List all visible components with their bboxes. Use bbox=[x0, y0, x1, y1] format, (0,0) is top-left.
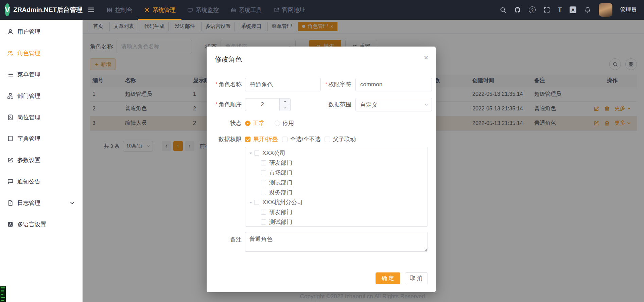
font-size-icon[interactable]: T bbox=[558, 7, 562, 13]
field-label: 权限字符 bbox=[328, 81, 351, 88]
chevron-down-icon bbox=[424, 103, 429, 107]
perf-monitor-widget bbox=[0, 286, 6, 302]
sidebar-item-label: 用户管理 bbox=[17, 28, 40, 36]
stepper-controls bbox=[279, 99, 290, 111]
tree-node-department[interactable]: 研发部门 bbox=[245, 207, 428, 217]
nav-label: 系统监控 bbox=[196, 6, 219, 14]
stepper-down-button[interactable] bbox=[280, 105, 290, 111]
sidebar-item-label: 通知公告 bbox=[17, 178, 40, 185]
tree-node-branch-company[interactable]: XXX杭州分公司 bbox=[245, 197, 428, 207]
tree-checkbox[interactable] bbox=[261, 170, 266, 175]
perm-char-label: *权限字符 bbox=[321, 78, 355, 91]
role-name-input[interactable] bbox=[245, 78, 321, 91]
checkbox-label: 全选/全不选 bbox=[290, 135, 321, 143]
nav-item-system-monitor[interactable]: 系统监控 bbox=[181, 0, 225, 20]
tree-checkbox[interactable] bbox=[254, 200, 259, 205]
select-all-checkbox[interactable]: 全选/全不选 bbox=[282, 135, 321, 143]
user-name[interactable]: 管理员 bbox=[620, 6, 637, 14]
sidebar-item-label: 字典管理 bbox=[17, 135, 40, 143]
role-order-stepper[interactable]: 2 bbox=[245, 98, 291, 111]
role-order-label: *角色顺序 bbox=[207, 98, 245, 111]
sidebar-item-menu-management[interactable]: 菜单管理 bbox=[0, 64, 82, 85]
bell-icon[interactable] bbox=[584, 6, 591, 13]
expand-collapse-checkbox[interactable]: 展开/折叠 bbox=[245, 135, 278, 143]
tree-node-label: 研发部门 bbox=[269, 159, 292, 167]
help-icon[interactable]: ? bbox=[529, 6, 536, 13]
radio-dot bbox=[275, 121, 280, 126]
nav-item-official-site[interactable]: 官网地址 bbox=[268, 0, 311, 20]
sidebar-item-dictionary-management[interactable]: 字典管理 bbox=[0, 128, 82, 149]
nav-item-system-management[interactable]: 系统管理 bbox=[138, 0, 181, 20]
sidebar-item-label: 多语言设置 bbox=[17, 220, 46, 228]
status-label: 状态 bbox=[207, 119, 245, 127]
checkbox-label: 父子联动 bbox=[333, 135, 356, 143]
perm-char-input[interactable] bbox=[355, 78, 432, 91]
sidebar-item-label: 角色管理 bbox=[17, 49, 40, 57]
tree-checkbox[interactable] bbox=[254, 150, 259, 156]
app-logo: V bbox=[5, 3, 10, 16]
data-scope-select[interactable]: 自定义 bbox=[355, 98, 432, 111]
field-label: 数据权限 bbox=[219, 136, 242, 142]
fullscreen-icon[interactable] bbox=[543, 6, 550, 13]
confirm-button[interactable]: 确 定 bbox=[376, 272, 400, 284]
tree-node-label: 测试部门 bbox=[269, 179, 292, 186]
tree-checkbox[interactable] bbox=[261, 180, 266, 185]
field-label: 备注 bbox=[230, 236, 242, 243]
tree-expand-icon[interactable] bbox=[247, 152, 254, 154]
parent-child-link-checkbox[interactable]: 父子联动 bbox=[325, 135, 356, 143]
tree-node-label: XXX公司 bbox=[262, 149, 285, 157]
sidebar-item-post-management[interactable]: 岗位管理 bbox=[0, 107, 82, 128]
sidebar-item-label: 菜单管理 bbox=[17, 71, 40, 78]
remark-textarea[interactable]: 普通角色 bbox=[245, 232, 428, 252]
sidebar-item-parameter-settings[interactable]: 参数设置 bbox=[0, 149, 82, 171]
status-radio-disabled[interactable]: 停用 bbox=[275, 119, 294, 127]
search-icon[interactable] bbox=[500, 6, 506, 13]
language-icon[interactable]: A bbox=[570, 6, 576, 13]
org-tree-icon bbox=[7, 93, 14, 99]
tree-node-label: 研发部门 bbox=[269, 208, 292, 216]
checkbox-box bbox=[325, 137, 330, 142]
required-mark: * bbox=[325, 81, 327, 88]
tree-checkbox[interactable] bbox=[261, 219, 266, 225]
avatar[interactable] bbox=[599, 3, 612, 17]
tree-checkbox[interactable] bbox=[261, 210, 266, 215]
sidebar-item-notice-announcement[interactable]: 通知公告 bbox=[0, 171, 82, 192]
tree-checkbox[interactable] bbox=[261, 190, 266, 195]
cancel-button[interactable]: 取 消 bbox=[405, 272, 428, 284]
tree-node-department[interactable]: 市场部门 bbox=[245, 168, 428, 178]
stepper-up-button[interactable] bbox=[280, 99, 290, 105]
nav-item-system-tools[interactable]: 系统工具 bbox=[225, 0, 268, 20]
gear-icon bbox=[144, 7, 150, 13]
sidebar: 用户管理 角色管理 菜单管理 部门管理 岗位管理 字典管理 参数设置 通知公告 … bbox=[0, 20, 83, 302]
monitor-icon bbox=[187, 7, 193, 13]
sidebar-item-user-management[interactable]: 用户管理 bbox=[0, 21, 82, 42]
tree-node-company[interactable]: XXX公司 bbox=[245, 148, 428, 158]
tree-node-department[interactable]: 测试部门 bbox=[245, 178, 428, 188]
data-scope-label: 数据范围 bbox=[321, 98, 355, 111]
status-radio-normal[interactable]: 正常 bbox=[245, 119, 264, 127]
top-nav: 控制台 系统管理 系统监控 系统工具 官网地址 bbox=[101, 0, 311, 20]
chevron-down-icon bbox=[283, 106, 287, 110]
nav-label: 官网地址 bbox=[282, 6, 305, 14]
radio-label: 正常 bbox=[253, 119, 264, 127]
sidebar-item-role-management[interactable]: 角色管理 bbox=[0, 42, 82, 64]
tree-node-department[interactable]: 研发部门 bbox=[245, 158, 428, 168]
sidebar-item-multilanguage-settings[interactable]: 多语言设置 bbox=[0, 214, 82, 235]
sidebar-collapse-button[interactable] bbox=[87, 6, 95, 14]
users-icon bbox=[7, 50, 14, 56]
external-link-icon bbox=[274, 7, 279, 13]
close-icon[interactable]: × bbox=[424, 54, 428, 61]
tree-expand-icon[interactable] bbox=[247, 201, 254, 203]
checkbox-box bbox=[282, 137, 288, 142]
select-value: 自定义 bbox=[360, 101, 378, 109]
sidebar-item-department-management[interactable]: 部门管理 bbox=[0, 85, 82, 107]
required-mark: * bbox=[215, 81, 217, 88]
tree-node-department[interactable]: 测试部门 bbox=[245, 217, 428, 227]
sidebar-item-log-management[interactable]: 日志管理 bbox=[0, 192, 82, 214]
dialog-footer: 确 定 取 消 bbox=[376, 272, 428, 284]
github-icon[interactable] bbox=[514, 6, 521, 13]
badge-icon bbox=[7, 114, 14, 121]
nav-item-console[interactable]: 控制台 bbox=[101, 0, 138, 20]
tree-node-department[interactable]: 财务部门 bbox=[245, 188, 428, 197]
tree-checkbox[interactable] bbox=[261, 160, 266, 165]
